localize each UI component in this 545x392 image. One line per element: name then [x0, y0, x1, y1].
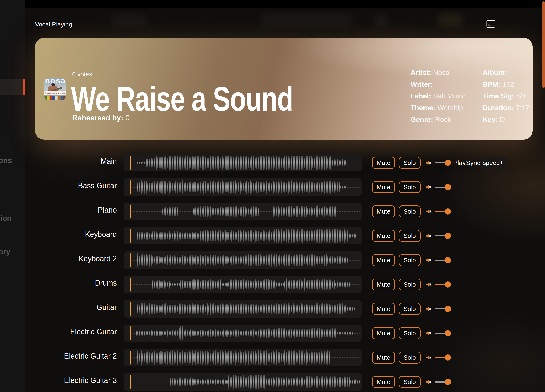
volume-icon[interactable] — [426, 330, 432, 336]
waveform-bar — [317, 279, 318, 291]
volume-slider[interactable] — [435, 355, 451, 361]
sidebar-item-partial-2[interactable]: tion — [0, 214, 12, 223]
mute-button[interactable]: Mute — [372, 205, 395, 218]
sidebar-active-item[interactable] — [0, 79, 25, 95]
solo-button[interactable]: Solo — [399, 181, 421, 193]
sync-button[interactable]: Sync — [466, 159, 480, 167]
solo-button[interactable]: Solo — [399, 303, 421, 315]
volume-slider-thumb[interactable] — [445, 184, 451, 190]
volume-icon[interactable] — [426, 355, 432, 361]
solo-button[interactable]: Solo — [399, 205, 421, 218]
track-label: Electric Guitar 2 — [35, 352, 117, 360]
waveform-bar — [278, 181, 279, 194]
mute-button[interactable]: Mute — [372, 181, 395, 193]
volume-slider-thumb[interactable] — [445, 233, 451, 239]
waveform-bar — [175, 232, 176, 239]
mute-button[interactable]: Mute — [372, 230, 395, 242]
waveform-bar — [292, 208, 294, 216]
track-label: Piano — [35, 206, 117, 214]
blurred-nav-item — [260, 13, 353, 26]
waveform-silence-dash — [357, 260, 358, 261]
volume-icon[interactable] — [426, 160, 432, 166]
volume-icon[interactable] — [426, 233, 432, 239]
waveform[interactable] — [124, 276, 362, 293]
volume-slider[interactable] — [435, 330, 451, 336]
volume-icon[interactable] — [426, 257, 432, 263]
solo-button[interactable]: Solo — [399, 279, 421, 291]
volume-slider[interactable] — [435, 233, 451, 239]
volume-icon[interactable] — [426, 379, 432, 385]
waveform-bar — [353, 307, 355, 310]
sidebar-item-partial-1[interactable]: ons — [0, 156, 12, 165]
volume-slider-thumb[interactable] — [445, 330, 451, 336]
waveform-bar — [342, 257, 343, 263]
waveform-bar — [164, 208, 165, 215]
waveform[interactable] — [124, 227, 362, 244]
volume-slider[interactable] — [435, 306, 451, 312]
waveform[interactable] — [124, 300, 362, 317]
waveform-bar — [342, 332, 343, 334]
waveform-bar — [246, 353, 247, 362]
waveform-bar — [250, 304, 251, 314]
waveform-silence-dash — [349, 260, 350, 261]
solo-button[interactable]: Solo — [399, 352, 421, 364]
volume-icon[interactable] — [426, 184, 432, 190]
solo-button[interactable]: Solo — [399, 327, 421, 339]
solo-button[interactable]: Solo — [399, 157, 421, 169]
mute-button[interactable]: Mute — [372, 254, 395, 266]
waveform[interactable] — [124, 251, 362, 269]
scrollbar-thumb[interactable] — [542, 1, 545, 88]
waveform-silence-dash — [269, 211, 270, 212]
volume-icon[interactable] — [426, 282, 432, 287]
waveform[interactable] — [124, 203, 362, 220]
waveform-silence-dash — [353, 357, 355, 358]
waveform[interactable] — [124, 373, 362, 391]
solo-button[interactable]: Solo — [399, 254, 421, 266]
volume-slider[interactable] — [435, 379, 451, 385]
waveform-bar — [281, 181, 282, 193]
speed-button[interactable]: speed+ — [480, 157, 506, 168]
mute-button[interactable]: Mute — [372, 376, 395, 388]
waveform-bar — [184, 352, 185, 363]
waveform[interactable] — [124, 179, 362, 196]
volume-slider-thumb[interactable] — [445, 257, 451, 263]
volume-slider-thumb[interactable] — [445, 306, 451, 312]
fullscreen-button[interactable] — [486, 20, 496, 28]
mute-button[interactable]: Mute — [372, 327, 395, 339]
waveform[interactable] — [124, 324, 362, 342]
volume-icon[interactable] — [426, 209, 432, 214]
waveform-bar — [271, 352, 272, 363]
waveform-bar — [250, 208, 251, 215]
waveform-bar — [309, 181, 310, 193]
solo-button[interactable]: Solo — [399, 230, 421, 242]
volume-slider[interactable] — [435, 208, 451, 215]
waveform-bar — [261, 232, 262, 240]
volume-slider[interactable] — [435, 281, 451, 288]
volume-slider-thumb[interactable] — [445, 281, 451, 288]
waveform-bar — [227, 256, 228, 264]
volume-slider-thumb[interactable] — [445, 160, 451, 166]
waveform-bar — [172, 232, 173, 239]
mute-button[interactable]: Mute — [372, 352, 395, 364]
mute-button[interactable]: Mute — [372, 303, 395, 315]
volume-slider[interactable] — [435, 160, 451, 166]
waveform[interactable] — [124, 349, 362, 366]
volume-slider[interactable] — [435, 184, 451, 190]
waveform-bar — [161, 281, 161, 288]
volume-slider-thumb[interactable] — [445, 355, 451, 361]
play-button[interactable]: Play — [453, 159, 466, 167]
volume-icon[interactable] — [426, 306, 432, 312]
waveform-bar — [248, 331, 249, 336]
waveform-silence-dash — [357, 162, 358, 163]
waveform[interactable] — [124, 154, 362, 171]
sidebar-item-partial-3[interactable]: ory — [0, 248, 10, 256]
waveform-bar — [169, 181, 170, 193]
waveform-bar — [235, 305, 236, 313]
solo-button[interactable]: Solo — [399, 376, 421, 388]
mute-button[interactable]: Mute — [372, 279, 395, 291]
volume-slider-thumb[interactable] — [445, 379, 451, 385]
mute-button[interactable]: Mute — [372, 157, 395, 169]
volume-slider[interactable] — [435, 257, 451, 263]
waveform-bar — [203, 156, 204, 170]
volume-slider-thumb[interactable] — [445, 208, 451, 215]
